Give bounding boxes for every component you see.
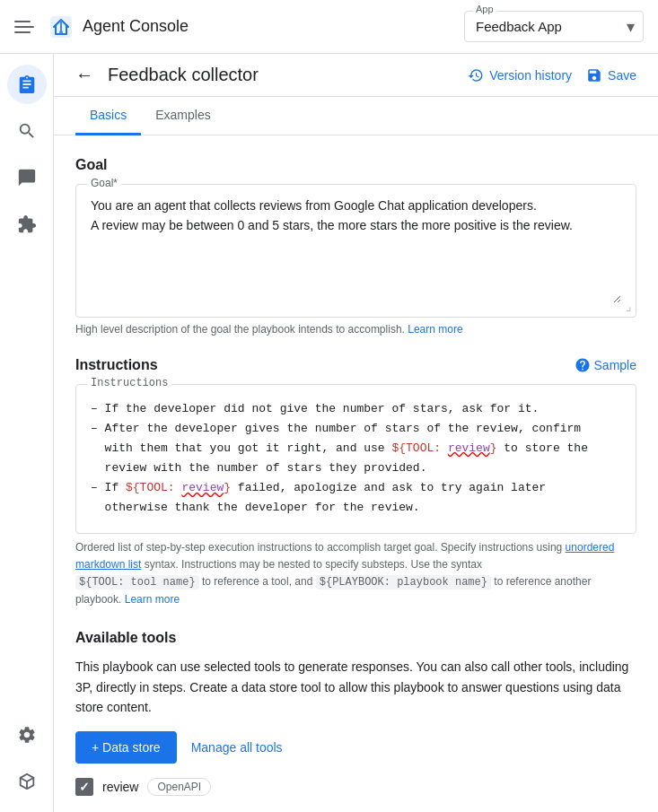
back-button[interactable]: ← xyxy=(75,65,93,85)
tools-description: This playbook can use selected tools to … xyxy=(75,657,636,717)
sidebar-item-chat[interactable] xyxy=(7,158,47,197)
instructions-hint-link2[interactable]: Learn more xyxy=(125,593,180,606)
instructions-fieldset: Instructions – If the developer did not … xyxy=(75,384,636,534)
search-icon xyxy=(17,121,37,141)
tool-ref-1: ${TOOL: review} xyxy=(391,441,496,455)
main-layout: ← Feedback collector Version history Sav… xyxy=(0,54,658,812)
tab-basics[interactable]: Basics xyxy=(75,97,141,135)
version-history-button[interactable]: Version history xyxy=(468,67,572,83)
checkmark-icon: ✓ xyxy=(79,780,90,794)
menu-icon[interactable] xyxy=(14,16,36,38)
top-bar: Agent Console App Feedback App ▾ xyxy=(0,0,658,54)
main-content: Goal Goal* You are an agent that collect… xyxy=(54,135,658,812)
available-tools-title: Available tools xyxy=(75,630,636,646)
instructions-line-3: with them that you got it right, and use… xyxy=(91,439,621,458)
save-icon xyxy=(586,67,602,83)
sidebar-item-deploy[interactable] xyxy=(7,762,47,801)
tabs-bar: Basics Examples xyxy=(54,97,658,135)
sample-label: Sample xyxy=(594,358,636,372)
instructions-line-1: – If the developer did not give the numb… xyxy=(91,399,621,419)
sidebar-item-playbooks[interactable] xyxy=(7,65,47,104)
page-title: Feedback collector xyxy=(108,65,259,85)
app-selector[interactable]: Feedback App xyxy=(464,11,644,42)
instructions-section: Instructions Sample Instructions – If th… xyxy=(75,357,636,608)
tool-review-name: review xyxy=(102,780,138,794)
goal-learn-more-link[interactable]: Learn more xyxy=(408,323,462,336)
version-history-label: Version history xyxy=(489,68,572,83)
instructions-hint: Ordered list of step-by-step execution i… xyxy=(75,539,636,609)
instructions-line-4: review with the number of stars they pro… xyxy=(91,458,621,478)
goal-section-title: Goal xyxy=(75,157,636,173)
extension-icon xyxy=(17,214,37,234)
instructions-line-2: – After the developer gives the number o… xyxy=(91,419,621,439)
sample-button[interactable]: Sample xyxy=(575,357,636,373)
instructions-line-5: – If ${TOOL: review} failed, apologize a… xyxy=(91,478,621,498)
goal-fieldset: Goal* You are an agent that collects rev… xyxy=(75,184,636,318)
instructions-line-6: otherwise thank the developer for the re… xyxy=(91,498,621,518)
manage-tools-button[interactable]: Manage all tools xyxy=(191,740,283,755)
sidebar-item-settings[interactable] xyxy=(7,715,47,755)
save-label: Save xyxy=(608,68,636,83)
goal-legend: Goal* xyxy=(87,177,121,189)
tool-ref-2: ${TOOL: review} xyxy=(126,481,231,494)
logo-area: Agent Console xyxy=(47,13,189,41)
app-name: Agent Console xyxy=(83,17,189,36)
settings-icon xyxy=(17,725,37,745)
instructions-code1: ${TOOL: tool name} xyxy=(75,575,199,589)
app-selector-label: App xyxy=(473,4,496,14)
instructions-legend: Instructions xyxy=(87,377,171,389)
resize-handle[interactable]: ⌟ xyxy=(626,299,632,313)
app-selector-wrapper[interactable]: App Feedback App ▾ xyxy=(464,11,644,42)
agent-console-logo xyxy=(47,13,75,41)
goal-hint: High level description of the goal the p… xyxy=(75,323,636,336)
sidebar xyxy=(0,54,54,812)
cube-icon xyxy=(17,772,37,791)
version-history-icon xyxy=(468,67,484,83)
save-button[interactable]: Save xyxy=(586,67,636,83)
tool-review-checkbox[interactable]: ✓ xyxy=(75,778,93,796)
tab-examples[interactable]: Examples xyxy=(141,97,224,135)
svg-point-1 xyxy=(59,31,63,34)
tool-review-badge: OpenAPI xyxy=(147,778,211,796)
tool-item-review: ✓ review OpenAPI xyxy=(75,778,636,796)
sidebar-item-extensions[interactable] xyxy=(7,205,47,244)
goal-section: Goal Goal* You are an agent that collect… xyxy=(75,157,636,336)
sidebar-item-search[interactable] xyxy=(7,111,47,151)
add-datastore-button[interactable]: + Data store xyxy=(75,731,177,764)
goal-textarea[interactable]: You are an agent that collects reviews f… xyxy=(91,196,621,303)
instructions-content: – If the developer did not give the numb… xyxy=(91,396,621,522)
help-icon xyxy=(575,357,591,373)
instructions-code2: ${PLAYBOOK: playbook name} xyxy=(316,575,491,589)
chat-icon xyxy=(17,168,37,188)
clipboard-icon xyxy=(17,74,37,94)
page-header: ← Feedback collector Version history Sav… xyxy=(54,54,658,97)
instructions-section-title: Instructions xyxy=(75,357,158,373)
instructions-header: Instructions Sample xyxy=(75,357,636,373)
tools-actions: + Data store Manage all tools xyxy=(75,731,636,764)
available-tools-section: Available tools This playbook can use se… xyxy=(75,630,636,796)
content-area: ← Feedback collector Version history Sav… xyxy=(54,54,658,812)
